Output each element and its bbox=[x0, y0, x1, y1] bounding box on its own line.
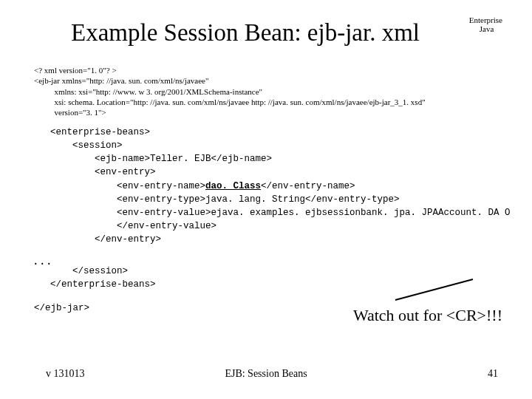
dao-class-underlined: dao. Class bbox=[205, 181, 261, 191]
code-block-2: </session> </enterprise-beans> bbox=[50, 265, 156, 291]
page-title: Example Session Bean: ejb-jar. xml bbox=[71, 19, 420, 47]
code-block-1: <enterprise-beans> <session> <ejb-name>T… bbox=[50, 126, 511, 246]
logo-line2: Java bbox=[469, 25, 502, 34]
annotation-line-icon bbox=[392, 276, 480, 306]
code-block-3: </ejb-jar> bbox=[34, 303, 89, 313]
svg-line-0 bbox=[395, 279, 473, 300]
logo-line1: Enterprise bbox=[469, 16, 502, 25]
footer-page-number: 41 bbox=[488, 368, 498, 380]
warning-text: Watch out for <CR>!!! bbox=[353, 306, 502, 325]
footer-title: EJB: Session Beans bbox=[0, 368, 532, 380]
slide: Example Session Bean: ejb-jar. xml Enter… bbox=[0, 0, 532, 399]
logo: Enterprise Java bbox=[469, 16, 502, 33]
xml-header: <? xml version="1. 0"? > <ejb-jar xmlns=… bbox=[34, 65, 498, 117]
ellipsis: . . . bbox=[34, 253, 51, 268]
